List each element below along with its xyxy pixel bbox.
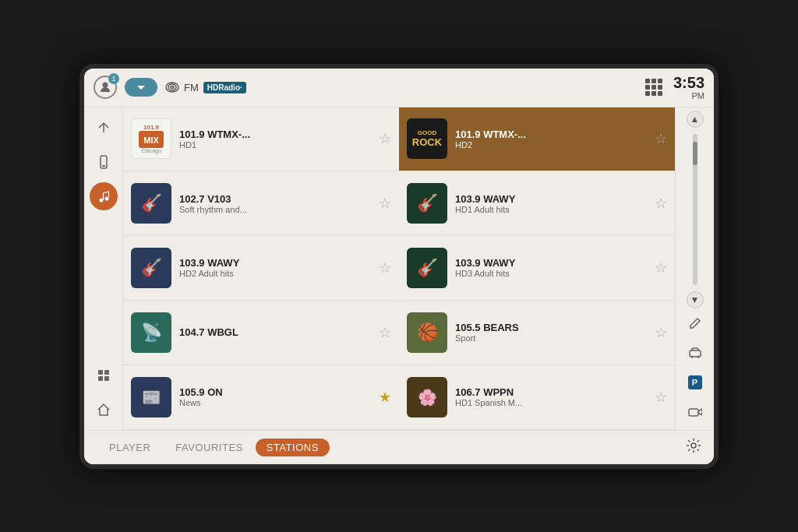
station-name: 105.9 ON: [179, 386, 371, 398]
station-name: 103.9 WAWY: [455, 257, 647, 269]
user-badge: 1: [108, 73, 119, 84]
svg-point-13: [690, 355, 693, 358]
sidebar-home-icon[interactable]: [90, 396, 118, 424]
time-display: 3:53 PM: [673, 74, 704, 100]
scroll-up-button[interactable]: ▲: [687, 111, 704, 128]
fm-text: FM: [184, 82, 199, 93]
car-icon[interactable]: [683, 341, 707, 365]
parking-icon[interactable]: P: [683, 371, 707, 394]
station-info: 104.7 WBGL: [179, 326, 371, 338]
station-item[interactable]: 101.9 MIX Chicago 101.9 WTMX-... HD1 ☆: [123, 107, 399, 172]
station-thumbnail: 📡: [131, 312, 171, 353]
svg-point-16: [691, 443, 696, 448]
main-content: 101.9 MIX Chicago 101.9 WTMX-... HD1 ☆: [84, 107, 714, 430]
svg-rect-5: [102, 165, 105, 167]
station-info: 101.9 WTMX-... HD2: [455, 129, 647, 150]
station-name: 102.7 V103: [179, 193, 371, 205]
fm-label: FM HDRadio·: [165, 82, 246, 93]
scroll-thumb: [693, 142, 697, 165]
svg-point-0: [103, 83, 108, 88]
station-thumbnail: 🎸: [131, 183, 171, 224]
station-item[interactable]: 🎸 102.7 V103 Soft rhythm and... ☆: [123, 171, 399, 236]
station-info: 105.9 ON News: [179, 386, 371, 407]
station-thumbnail: 🌸: [407, 377, 447, 417]
scroll-down-button[interactable]: ▼: [687, 291, 704, 308]
svg-rect-10: [98, 376, 103, 381]
svg-point-7: [104, 196, 108, 200]
favorite-button[interactable]: ☆: [655, 130, 667, 147]
tab-player[interactable]: PLAYER: [97, 439, 163, 456]
stations-area: 101.9 MIX Chicago 101.9 WTMX-... HD1 ☆: [123, 107, 675, 430]
station-item[interactable]: 📰 105.9 ON News ★: [123, 365, 399, 430]
favorite-button[interactable]: ☆: [379, 195, 391, 212]
user-icon-wrap: 1: [94, 76, 117, 99]
svg-rect-15: [689, 409, 698, 416]
tab-stations[interactable]: STATIONS: [256, 439, 330, 456]
station-item-active[interactable]: GOOD ROCK 101.9 WTMX-... HD2 ☆: [399, 107, 675, 172]
settings-gear-icon[interactable]: [686, 438, 701, 457]
hd-badge: HDRadio·: [203, 82, 246, 93]
favorite-button[interactable]: ☆: [655, 324, 667, 341]
sidebar-phone-icon[interactable]: [90, 148, 118, 176]
scroll-track: [693, 134, 697, 285]
station-item[interactable]: 📡 104.7 WBGL ☆: [123, 301, 399, 365]
favorite-button[interactable]: ☆: [379, 130, 391, 147]
svg-point-14: [697, 355, 699, 358]
station-sub: Sport: [455, 333, 647, 343]
station-item[interactable]: 🎸 103.9 WAWY HD3 Adult hits ☆: [399, 236, 675, 301]
edit-icon[interactable]: [683, 312, 707, 335]
svg-point-3: [171, 86, 174, 89]
sidebar-grid-icon[interactable]: [90, 361, 118, 389]
station-name: 104.7 WBGL: [179, 326, 371, 338]
station-name: 103.9 WAWY: [179, 257, 371, 269]
station-thumbnail: 📰: [131, 377, 171, 417]
station-sub: HD1 Adult hits: [455, 205, 647, 214]
station-info: 106.7 WPPN HD1 Spanish M...: [455, 386, 647, 407]
station-name: 106.7 WPPN: [455, 386, 647, 398]
station-sub: HD2: [455, 140, 647, 150]
station-info: 101.9 WTMX-... HD1: [179, 129, 371, 150]
station-thumbnail: 🏀: [407, 312, 447, 353]
camera-icon[interactable]: [683, 400, 707, 424]
svg-point-2: [168, 84, 176, 90]
station-thumbnail: 101.9 MIX Chicago: [131, 118, 171, 159]
station-item[interactable]: 🎸 103.9 WAWY HD2 Adult hits ☆: [123, 236, 399, 301]
station-info: 103.9 WAWY HD1 Adult hits: [455, 193, 647, 214]
station-info: 103.9 WAWY HD3 Adult hits: [455, 257, 647, 278]
station-thumbnail: 🎸: [407, 248, 447, 288]
station-item[interactable]: 🏀 105.5 BEARS Sport ☆: [399, 301, 675, 365]
station-info: 105.5 BEARS Sport: [455, 322, 647, 343]
favorite-button[interactable]: ☆: [655, 259, 667, 277]
station-item[interactable]: 🎸 103.9 WAWY HD1 Adult hits ☆: [399, 171, 675, 236]
svg-rect-8: [98, 370, 103, 375]
station-sub: HD1: [179, 140, 371, 150]
tab-favourites[interactable]: FAVOURITES: [163, 439, 255, 456]
station-item[interactable]: 🌸 106.7 WPPN HD1 Spanish M... ☆: [399, 365, 675, 430]
svg-point-6: [99, 198, 103, 202]
station-sub: HD1 Spanish M...: [455, 398, 647, 407]
screen: 1 FM HDRadio·: [84, 69, 714, 464]
favorite-button[interactable]: ★: [379, 389, 391, 406]
stations-grid: 101.9 MIX Chicago 101.9 WTMX-... HD1 ☆: [123, 107, 675, 430]
svg-rect-12: [690, 351, 701, 357]
top-right-controls: 3:53 PM: [645, 74, 704, 100]
favorite-button[interactable]: ☆: [379, 259, 391, 277]
grid-icon[interactable]: [645, 79, 662, 96]
station-sub: HD3 Adult hits: [455, 269, 647, 278]
favorite-button[interactable]: ☆: [379, 324, 391, 341]
top-bar: 1 FM HDRadio·: [84, 69, 714, 107]
station-sub: HD2 Adult hits: [179, 269, 371, 278]
source-button[interactable]: [125, 78, 157, 97]
favorite-button[interactable]: ☆: [655, 389, 667, 406]
station-thumbnail: 🎸: [131, 248, 171, 288]
station-name: 105.5 BEARS: [455, 322, 647, 333]
left-sidebar: [84, 107, 123, 430]
sidebar-nav-icon[interactable]: [90, 114, 118, 142]
bottom-tabs: PLAYER FAVOURITES STATIONS: [84, 430, 714, 464]
favorite-button[interactable]: ☆: [655, 195, 667, 212]
station-sub: News: [179, 398, 371, 407]
sidebar-music-icon[interactable]: [90, 182, 118, 210]
station-thumbnail: 🎸: [407, 183, 447, 224]
station-thumbnail: GOOD ROCK: [407, 118, 447, 159]
svg-rect-11: [104, 376, 109, 381]
